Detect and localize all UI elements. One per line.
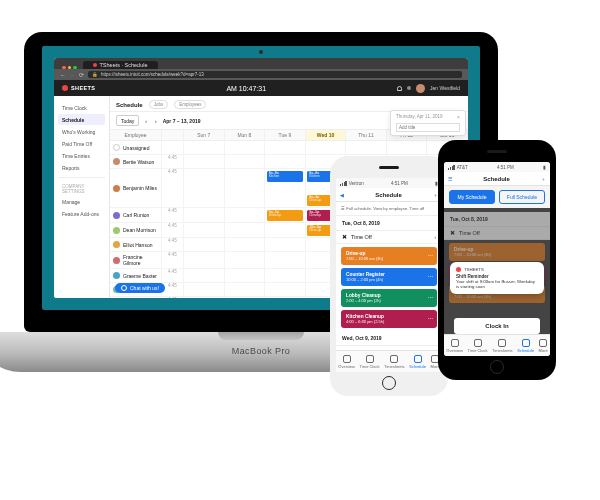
- notification-card[interactable]: TSHEETS Shift Reminder Your shift at 9:0…: [450, 262, 544, 294]
- day-cell[interactable]: [184, 141, 225, 155]
- time-off-row[interactable]: ✖ Time Off ›: [336, 231, 442, 244]
- today-button[interactable]: Today: [116, 115, 139, 126]
- day-cell[interactable]: [225, 283, 266, 297]
- day-cell[interactable]: [184, 223, 225, 238]
- more-icon[interactable]: ⋯: [428, 295, 433, 300]
- employee-cell[interactable]: Unassigned: [110, 141, 162, 155]
- tab-timesheets[interactable]: Timesheets: [384, 355, 405, 369]
- sidebar-item-feature-add-ons[interactable]: Feature Add-ons: [58, 208, 105, 219]
- day-cell[interactable]: [225, 155, 266, 169]
- day-cell[interactable]: [184, 238, 225, 252]
- tab-overview[interactable]: Overview: [446, 339, 463, 353]
- day-cell[interactable]: [225, 297, 266, 298]
- employee-cell[interactable]: Carl Runion: [110, 208, 162, 223]
- menu-icon[interactable]: ☰: [448, 176, 452, 182]
- day-cell[interactable]: [225, 269, 266, 283]
- day-cell[interactable]: [306, 141, 347, 155]
- sidebar-item-paid-time-off[interactable]: Paid Time Off: [58, 138, 105, 149]
- day-cell[interactable]: [346, 141, 387, 155]
- employee-cell[interactable]: Elliot Hanson: [110, 238, 162, 252]
- tab-more[interactable]: More: [539, 339, 548, 353]
- tab-schedule[interactable]: Schedule: [409, 355, 426, 369]
- my-schedule-button[interactable]: My Schedule: [449, 190, 495, 204]
- shift-block[interactable]: 8a–8aKitchen: [267, 171, 304, 182]
- nav-fwd-icon[interactable]: →: [70, 72, 76, 78]
- tab-time-clock[interactable]: Time Clock: [360, 355, 380, 369]
- task-card[interactable]: Drive-up7:00 – 10:00 am (3h): [449, 243, 545, 261]
- task-card[interactable]: Lobby Cleanup2:00 – 4:00 pm (2h)⋯: [341, 289, 437, 307]
- browser-tab[interactable]: TSheets · Schedule: [83, 61, 158, 69]
- sidebar-item-schedule[interactable]: Schedule: [58, 114, 105, 125]
- tab-time-clock[interactable]: Time Clock: [468, 339, 488, 353]
- day-cell[interactable]: [225, 252, 266, 269]
- home-button[interactable]: [490, 360, 504, 374]
- reload-icon[interactable]: ⟳: [79, 72, 84, 78]
- day-header[interactable]: Sun 7: [184, 130, 225, 141]
- day-header[interactable]: Mon 8: [225, 130, 266, 141]
- address-bar[interactable]: 🔒 https://tsheets.intuit.com/schedule/we…: [88, 71, 462, 78]
- task-card[interactable]: Counter Register10:00 – 2:00 pm (4h)⋯: [341, 268, 437, 286]
- task-card[interactable]: Kitchen Cleanup4:00 – 6:30 pm (2.5h)⋯: [341, 310, 437, 328]
- sidebar-item-reports[interactable]: Reports: [58, 162, 105, 173]
- tab-timesheets[interactable]: Timesheets: [492, 339, 513, 353]
- employee-cell[interactable]: Benjamin Miles: [110, 169, 162, 208]
- more-icon[interactable]: ⋯: [428, 316, 433, 321]
- day-cell[interactable]: 8a–8aKitchen: [265, 169, 306, 208]
- day-cell[interactable]: [387, 141, 428, 155]
- back-button[interactable]: ◀: [340, 192, 344, 198]
- time-off-row[interactable]: ✖ Time Off: [444, 227, 550, 240]
- bell-icon[interactable]: [397, 86, 402, 91]
- task-card[interactable]: Drive-up7:00 – 10:00 am (3h)⋯: [341, 247, 437, 265]
- filter-chip-jobs[interactable]: Jobs: [149, 100, 169, 109]
- day-cell[interactable]: [184, 208, 225, 223]
- brand[interactable]: SHEETS: [62, 85, 95, 91]
- day-cell[interactable]: [265, 223, 306, 238]
- day-cell[interactable]: [184, 269, 225, 283]
- add-button[interactable]: ＋: [541, 176, 546, 182]
- day-cell[interactable]: [225, 208, 266, 223]
- prev-week-icon[interactable]: ‹: [143, 118, 149, 124]
- employee-cell[interactable]: Francine Gilmore: [110, 252, 162, 269]
- filter-chip-employees[interactable]: Employees: [174, 100, 206, 109]
- day-cell[interactable]: [184, 169, 225, 208]
- day-cell[interactable]: [265, 155, 306, 169]
- day-header[interactable]: Tue 9: [265, 130, 306, 141]
- day-cell[interactable]: [265, 141, 306, 155]
- day-cell[interactable]: [184, 252, 225, 269]
- tab-overview[interactable]: Overview: [338, 355, 355, 369]
- date-range[interactable]: Apr 7 – 13, 2019: [163, 118, 201, 124]
- sidebar-item-time-entries[interactable]: Time Entries: [58, 150, 105, 161]
- employee-cell[interactable]: Dean Morrison: [110, 223, 162, 238]
- clock-in-button[interactable]: Clock In: [454, 318, 540, 334]
- day-cell[interactable]: [184, 297, 225, 298]
- help-icon[interactable]: [407, 86, 411, 90]
- day-cell[interactable]: [225, 169, 266, 208]
- day-cell[interactable]: [225, 141, 266, 155]
- close-icon[interactable]: ×: [457, 114, 460, 120]
- employee-cell[interactable]: Bertie Watson: [110, 155, 162, 169]
- employee-cell[interactable]: Graeme Baxter: [110, 269, 162, 283]
- day-cell[interactable]: [265, 238, 306, 252]
- day-cell[interactable]: [225, 238, 266, 252]
- employee-cell[interactable]: James Halford: [110, 297, 162, 298]
- next-week-icon[interactable]: ›: [153, 118, 159, 124]
- nav-back-icon[interactable]: ←: [60, 72, 66, 78]
- day-header[interactable]: Wed 10: [306, 130, 347, 141]
- shift-block[interactable]: 9a–5pDrive-up: [267, 210, 304, 221]
- day-header[interactable]: Thu 11: [346, 130, 387, 141]
- day-cell[interactable]: [225, 223, 266, 238]
- event-title-input[interactable]: [396, 123, 460, 132]
- home-button[interactable]: [382, 376, 396, 390]
- full-schedule-button[interactable]: Full Schedule: [499, 190, 545, 204]
- day-cell[interactable]: [184, 283, 225, 297]
- filter-subtitle[interactable]: ☰ Full schedule. View by employee. Time …: [336, 202, 442, 216]
- sidebar-item-manage[interactable]: Manage: [58, 196, 105, 207]
- day-cell[interactable]: 9a–5pDrive-up: [265, 208, 306, 223]
- day-cell[interactable]: [265, 283, 306, 297]
- day-cell[interactable]: [265, 297, 306, 298]
- chat-button[interactable]: Chat with us!: [115, 283, 165, 293]
- avatar[interactable]: [416, 84, 425, 93]
- tab-schedule[interactable]: Schedule: [517, 339, 534, 353]
- day-cell[interactable]: [184, 155, 225, 169]
- more-icon[interactable]: ⋯: [428, 274, 433, 279]
